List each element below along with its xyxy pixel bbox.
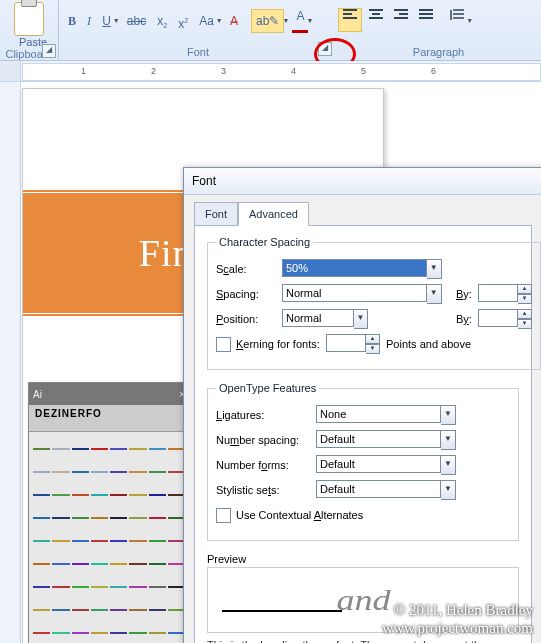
chevron-up-icon[interactable]: ▲ (518, 284, 532, 294)
swatch[interactable] (129, 609, 146, 611)
position-by-spinner[interactable]: ▲▼ (478, 309, 532, 329)
swatch[interactable] (91, 540, 108, 542)
swatch[interactable] (110, 494, 127, 496)
swatch[interactable] (129, 540, 146, 542)
line-spacing-button[interactable] (446, 9, 468, 31)
swatch[interactable] (72, 586, 89, 588)
swatch[interactable] (72, 448, 89, 450)
swatch[interactable] (33, 471, 50, 473)
swatch[interactable] (129, 586, 146, 588)
scale-input[interactable] (282, 259, 427, 277)
swatch[interactable] (129, 632, 146, 634)
swatch[interactable] (52, 517, 69, 519)
align-left-button[interactable] (338, 8, 362, 32)
swatch[interactable] (33, 540, 50, 542)
swatch[interactable] (33, 494, 50, 496)
align-center-button[interactable] (365, 9, 387, 31)
swatch[interactable] (33, 586, 50, 588)
swatch[interactable] (72, 563, 89, 565)
contextual-checkbox[interactable] (216, 508, 231, 523)
align-right-button[interactable] (390, 9, 412, 31)
swatch[interactable] (72, 609, 89, 611)
horizontal-ruler[interactable]: 1 2 3 4 5 6 (0, 61, 541, 82)
swatch[interactable] (52, 586, 69, 588)
swatch[interactable] (129, 563, 146, 565)
kerning-checkbox[interactable] (216, 337, 231, 352)
clear-format-button[interactable]: A̶ (226, 10, 242, 32)
kerning-input[interactable] (326, 334, 366, 352)
clipboard-launcher-icon[interactable]: ◢ (42, 44, 56, 58)
swatch[interactable] (149, 563, 166, 565)
chevron-down-icon[interactable]: ▼ (441, 455, 456, 475)
subscript-button[interactable]: x2 (153, 10, 171, 32)
swatch[interactable] (149, 540, 166, 542)
swatch[interactable] (52, 471, 69, 473)
spacing-by-input[interactable] (478, 284, 518, 302)
swatch[interactable] (52, 540, 69, 542)
swatch[interactable] (72, 494, 89, 496)
dialog-title[interactable]: Font (184, 168, 541, 195)
highlight-dropdown-icon[interactable]: ▼ (282, 17, 289, 24)
swatch[interactable] (52, 632, 69, 634)
position-by-input[interactable] (478, 309, 518, 327)
swatch[interactable] (149, 632, 166, 634)
swatch[interactable] (129, 517, 146, 519)
tab-font[interactable]: Font (194, 202, 238, 226)
swatch[interactable] (149, 494, 166, 496)
font-color-dropdown-icon[interactable]: ▼ (306, 17, 313, 24)
swatch[interactable] (91, 586, 108, 588)
italic-button[interactable]: I (83, 10, 95, 32)
swatch[interactable] (91, 632, 108, 634)
superscript-button[interactable]: x2 (174, 10, 192, 32)
swatch[interactable] (72, 517, 89, 519)
swatch[interactable] (91, 494, 108, 496)
swatch[interactable] (149, 471, 166, 473)
swatch[interactable] (149, 586, 166, 588)
swatch[interactable] (91, 563, 108, 565)
chevron-down-icon[interactable]: ▼ (518, 319, 532, 329)
swatch[interactable] (110, 609, 127, 611)
tab-selector[interactable] (0, 61, 21, 81)
highlight-button[interactable]: ab✎ (251, 9, 284, 33)
swatch[interactable] (110, 586, 127, 588)
case-dropdown-icon[interactable]: ▼ (216, 17, 223, 24)
swatch[interactable] (110, 540, 127, 542)
swatch-panel-header[interactable]: Ai × (29, 383, 189, 405)
swatch[interactable] (129, 494, 146, 496)
swatch-panel[interactable]: Ai × DEZINERFO (28, 382, 190, 643)
kerning-spinner[interactable]: ▲▼ (326, 334, 380, 354)
number-spacing-input[interactable] (316, 430, 441, 448)
swatch[interactable] (33, 448, 50, 450)
stylistic-sets-input[interactable] (316, 480, 441, 498)
number-forms-input[interactable] (316, 455, 441, 473)
chevron-down-icon[interactable]: ▼ (427, 284, 442, 304)
swatch[interactable] (33, 563, 50, 565)
ligatures-input[interactable] (316, 405, 441, 423)
chevron-up-icon[interactable]: ▲ (366, 334, 380, 344)
spacing-dropdown-icon[interactable]: ▼ (466, 17, 473, 24)
chevron-down-icon[interactable]: ▼ (518, 294, 532, 304)
swatch[interactable] (33, 609, 50, 611)
spacing-combo[interactable]: ▼ (282, 284, 442, 304)
bold-button[interactable]: B (64, 10, 80, 32)
swatch[interactable] (52, 563, 69, 565)
swatch[interactable] (91, 609, 108, 611)
swatch[interactable] (52, 494, 69, 496)
swatch[interactable] (52, 448, 69, 450)
ligatures-combo[interactable]: ▼ (316, 405, 456, 425)
position-input[interactable] (282, 309, 354, 327)
stylistic-sets-combo[interactable]: ▼ (316, 480, 456, 500)
swatch[interactable] (72, 471, 89, 473)
paste-label[interactable]: Paste (0, 36, 66, 48)
swatch[interactable] (33, 632, 50, 634)
swatch[interactable] (110, 632, 127, 634)
position-combo[interactable]: ▼ (282, 309, 368, 329)
swatch[interactable] (110, 471, 127, 473)
chevron-down-icon[interactable]: ▼ (354, 309, 368, 329)
underline-dropdown-icon[interactable]: ▼ (113, 17, 120, 24)
swatch[interactable] (91, 448, 108, 450)
spacing-input[interactable] (282, 284, 427, 302)
chevron-down-icon[interactable]: ▼ (366, 344, 380, 354)
font-launcher-icon[interactable]: ◢ (318, 42, 332, 56)
swatch-panel-tab[interactable]: DEZINERFO (29, 405, 189, 432)
